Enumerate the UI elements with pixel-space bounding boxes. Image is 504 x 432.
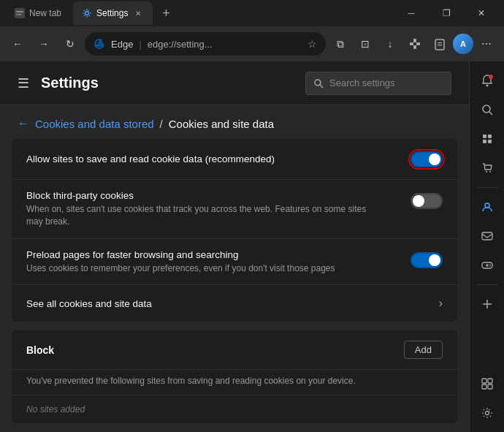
back-button[interactable]: ←: [6, 32, 29, 56]
svg-rect-5: [413, 39, 416, 42]
svg-point-21: [486, 171, 487, 173]
collections-icon[interactable]: ⧉: [329, 32, 352, 56]
cookies-section-1: Allow sites to save and read cookie data…: [12, 139, 457, 322]
tab-inactive-1[interactable]: New tab: [6, 3, 70, 23]
downloads-icon[interactable]: ↓: [378, 32, 402, 56]
navigation-bar: ← → ↻ Edge | edge://setting... ☆ ⧉ ⊡ ↓: [0, 26, 504, 61]
svg-rect-24: [482, 232, 492, 240]
refresh-button[interactable]: ↻: [58, 32, 82, 56]
svg-rect-18: [488, 134, 492, 138]
address-divider: |: [139, 39, 141, 50]
preload-pages-desc: Uses cookies to remember your preference…: [26, 262, 377, 275]
toggle-thumb-3: [429, 254, 440, 266]
maximize-button[interactable]: ❐: [429, 0, 463, 26]
block-third-party-toggle[interactable]: [411, 193, 443, 209]
sidebar-settings-icon[interactable]: [474, 400, 500, 426]
block-section-title: Block: [26, 344, 54, 356]
tab-actions-icon[interactable]: ⊡: [354, 32, 377, 56]
svg-point-13: [486, 85, 488, 87]
address-url: edge://setting...: [148, 39, 213, 50]
forward-button[interactable]: →: [32, 32, 56, 56]
svg-rect-10: [438, 45, 442, 45]
window-controls: ─ ❐ ✕: [394, 0, 498, 26]
profile-button[interactable]: A: [453, 34, 473, 54]
tab-label-active: Settings: [96, 8, 128, 18]
toggle-thumb-2: [413, 195, 424, 207]
breadcrumb-back-icon[interactable]: ←: [18, 117, 29, 130]
right-sidebar: [469, 61, 504, 432]
settings-content: ☰ Settings Search settings ← Cookies and…: [0, 61, 469, 432]
search-placeholder: Search settings: [329, 77, 395, 88]
svg-point-15: [483, 105, 490, 113]
more-menu-button[interactable]: ⋯: [475, 32, 498, 56]
breadcrumb-current-page: Cookies and site data: [169, 118, 274, 130]
allow-cookies-toggle-wrapper: [411, 151, 443, 167]
tab-icon-1: [15, 8, 25, 18]
svg-point-22: [489, 171, 491, 173]
new-tab-button[interactable]: +: [156, 3, 176, 23]
svg-point-3: [85, 12, 89, 15]
reading-list-icon[interactable]: [428, 32, 451, 56]
sidebar-search-icon[interactable]: [474, 96, 500, 123]
edge-logo-icon: [93, 38, 105, 50]
allow-cookies-toggle[interactable]: [411, 151, 443, 167]
svg-rect-9: [438, 42, 442, 43]
main-layout: ☰ Settings Search settings ← Cookies and…: [0, 61, 504, 432]
breadcrumb-parent-link[interactable]: Cookies and data stored: [35, 118, 154, 130]
sidebar-games-icon[interactable]: [474, 252, 500, 278]
svg-rect-1: [16, 11, 23, 12]
sidebar-add-icon[interactable]: [474, 291, 500, 317]
svg-point-11: [315, 80, 321, 86]
close-tab-btn[interactable]: ✕: [132, 7, 144, 19]
sidebar-apps-icon[interactable]: [474, 371, 500, 397]
svg-rect-34: [482, 384, 486, 389]
block-section-desc: You've prevented the following sites fro…: [12, 370, 457, 395]
sidebar-divider-2: [477, 284, 497, 285]
hamburger-menu-icon[interactable]: ☰: [18, 75, 29, 91]
tab-active-settings[interactable]: Settings ✕: [73, 1, 153, 25]
address-edge-label: Edge: [111, 39, 133, 50]
sidebar-divider-1: [477, 187, 497, 188]
extensions-icon[interactable]: [403, 32, 427, 56]
svg-rect-6: [413, 45, 416, 49]
block-third-party-desc: When on, sites can't use cookies that tr…: [26, 203, 377, 228]
svg-rect-7: [416, 42, 420, 45]
svg-rect-20: [488, 140, 492, 143]
svg-line-12: [320, 85, 323, 88]
settings-tab-icon: [82, 8, 92, 18]
sidebar-profile-icon[interactable]: [474, 194, 500, 220]
svg-point-14: [489, 75, 493, 79]
sidebar-notifications-icon[interactable]: [474, 67, 500, 94]
block-third-party-item: Block third-party cookies When on, sites…: [12, 180, 457, 239]
preload-pages-toggle-container: [411, 252, 443, 268]
block-section-header: Block Add: [12, 330, 457, 370]
settings-search-box[interactable]: Search settings: [305, 72, 451, 95]
block-third-party-toggle-container: [411, 193, 443, 209]
no-sites-label: No sites added: [12, 395, 457, 423]
preload-pages-item: Preload pages for faster browsing and se…: [12, 239, 457, 286]
see-all-cookies-item[interactable]: See all cookies and site data ›: [12, 285, 457, 322]
preload-pages-text: Preload pages for faster browsing and se…: [26, 249, 411, 275]
svg-rect-33: [488, 379, 492, 383]
address-bar[interactable]: Edge | edge://setting... ☆: [85, 32, 326, 56]
breadcrumb-separator: /: [160, 118, 163, 130]
breadcrumb: ← Cookies and data stored / Cookies and …: [0, 105, 469, 139]
close-button[interactable]: ✕: [465, 0, 498, 26]
svg-line-16: [489, 112, 492, 115]
favorite-icon[interactable]: ☆: [308, 38, 317, 50]
preload-pages-toggle[interactable]: [411, 252, 443, 268]
svg-rect-2: [16, 14, 22, 15]
minimize-button[interactable]: ─: [394, 0, 428, 26]
nav-right-buttons: ⧉ ⊡ ↓ A ⋯: [329, 32, 498, 56]
title-bar: New tab Settings ✕ + ─ ❐ ✕: [0, 0, 504, 26]
tab-label-1: New tab: [29, 8, 61, 18]
svg-point-23: [485, 203, 489, 208]
allow-cookies-item: Allow sites to save and read cookie data…: [12, 139, 457, 180]
sidebar-shopping-icon[interactable]: [474, 155, 500, 181]
see-all-cookies-label: See all cookies and site data: [26, 298, 152, 309]
svg-point-36: [485, 412, 489, 415]
sidebar-collections-icon[interactable]: [474, 126, 500, 152]
add-site-button[interactable]: Add: [404, 341, 443, 359]
svg-rect-17: [483, 134, 486, 138]
sidebar-outlook-icon[interactable]: [474, 223, 500, 249]
